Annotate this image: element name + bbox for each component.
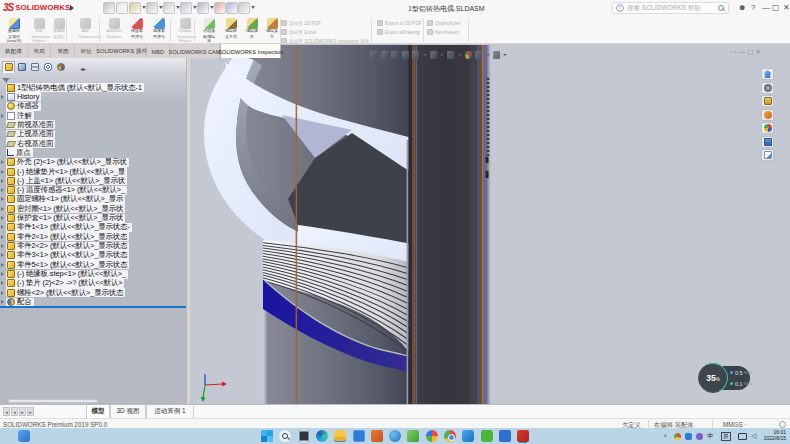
tab-布局[interactable]: 布局 [28, 44, 51, 58]
appearances-tab-icon[interactable] [761, 136, 774, 148]
phone-icon[interactable] [462, 430, 474, 442]
tray-app1-icon[interactable] [674, 433, 681, 440]
dimxpertmanager-tab[interactable] [41, 61, 54, 73]
select-balloons-button[interactable]: 选择零 件序号 [146, 17, 172, 44]
tab-SOLIDWORKS 插件[interactable]: SOLIDWORKS 插件 [98, 44, 147, 58]
tab-scroll-first-icon[interactable]: ◂ [3, 407, 10, 416]
task-pane-tabs[interactable] [761, 68, 776, 163]
export-excel-button[interactable]: 导出至 Excel [281, 28, 323, 36]
chrome-icon[interactable] [444, 430, 456, 442]
tree-item[interactable]: 前视基准面 [0, 120, 55, 129]
tab-scroll-left-icon[interactable]: ◂ [11, 407, 18, 416]
tree-item[interactable]: History [0, 92, 41, 101]
tab-scroll-right-icon[interactable]: ▸ [19, 407, 26, 416]
zoom-area-icon[interactable] [381, 51, 388, 59]
propertymanager-tab[interactable] [15, 61, 28, 73]
export-edrawing-button[interactable]: Export eDrawing [377, 28, 429, 36]
tray-volume-icon[interactable]: ◁ [751, 432, 756, 440]
file-explorer-icon[interactable] [334, 430, 346, 442]
select-cursor-icon[interactable] [197, 2, 209, 14]
maximize-icon[interactable]: ▢ [747, 48, 755, 56]
tray-clock[interactable]: 16:012022/8/15 [764, 430, 786, 441]
hide-show-icon[interactable] [447, 51, 454, 59]
dropdown-caret-icon[interactable] [423, 54, 427, 56]
dropdown-caret-icon[interactable] [486, 54, 490, 56]
window-restore-button[interactable]: ▢ [772, 3, 780, 12]
tree-item[interactable]: (-) 温度传感器<1> (默认<<默认>_ [0, 186, 127, 195]
file-explorer-tab-icon[interactable] [761, 109, 774, 121]
tree-item[interactable]: 保护套<1> (默认<<默认>_显示状 [0, 213, 125, 222]
resources-tab-icon[interactable] [761, 82, 774, 94]
search-icon[interactable] [279, 430, 291, 442]
graphics-viewport[interactable]: ▫▫—▢✕ 0.5KB/s 0.1KB/s 35% [190, 45, 790, 404]
window-minimize-button[interactable]: — [762, 3, 770, 12]
tray-language-indicator[interactable]: 中 [707, 432, 714, 441]
solidworks-logo[interactable]: 3SSOLIDWORKS [3, 1, 70, 14]
menu-expand-arrow[interactable] [70, 5, 74, 11]
search-icon[interactable] [718, 5, 725, 12]
view-settings-icon[interactable] [493, 51, 500, 59]
user-account-icon[interactable]: ☻ [738, 3, 746, 12]
tree-item[interactable]: 固定螺栓<1> (默认<<默认>_显示 [0, 195, 125, 204]
new-inspection-project-button[interactable]: 新建检 查项目 (amp;N) [1, 17, 27, 44]
task-view-icon[interactable] [298, 430, 310, 442]
close-icon[interactable]: ✕ [755, 48, 762, 56]
dropdown-caret-icon[interactable] [458, 54, 462, 56]
tree-item[interactable]: 零件5<1> (默认<<默认>_显示状态 [0, 260, 129, 269]
save-icon[interactable] [146, 2, 158, 14]
displaymanager-tab[interactable] [54, 61, 67, 73]
tab-装配体[interactable]: 装配体 [0, 44, 28, 58]
widgets-icon[interactable] [18, 430, 30, 442]
tree-item[interactable]: 零件2<2> (默认<<默认>_显示状态 [0, 241, 129, 250]
mail-icon[interactable] [353, 430, 365, 442]
doc-tab-3D 视图[interactable]: 3D 视图 [110, 405, 146, 418]
tree-item[interactable]: 1型铝铸热电偶 (默认<默认_显示状态-1 [0, 83, 144, 92]
tray-ime-indicator[interactable]: 拼 [721, 432, 731, 441]
export-inspection-project-button[interactable]: 导出至 SOLIDWORKS Inspection 项目 [281, 37, 392, 44]
tree-horizontal-scrollbar[interactable] [8, 399, 98, 403]
tree-item[interactable]: 零件1<1> (默认<<默认>_显示状态- [0, 223, 132, 232]
solidworks-icon[interactable] [517, 430, 529, 442]
tree-item[interactable]: 螺栓<2> (默认<<默认>_显示状态 [0, 288, 125, 297]
open-icon[interactable] [129, 2, 141, 14]
panel-splitter[interactable] [186, 58, 190, 404]
add-characteristic-button[interactable]: Add Characteristic [72, 17, 98, 44]
undo-icon[interactable] [180, 2, 192, 14]
tray-app2-icon[interactable] [685, 433, 692, 440]
qualityxpert-button[interactable]: QualityXpert [427, 19, 468, 27]
scene-icon[interactable] [475, 51, 482, 59]
options-table-icon[interactable] [226, 2, 238, 14]
section-view-icon[interactable] [402, 51, 409, 59]
tray-expand-icon[interactable]: ^ [664, 433, 667, 440]
gear-icon[interactable] [238, 2, 250, 14]
tree-item[interactable]: 零件2<1> (默认<<默认>_显示状态 [0, 232, 129, 241]
configurationmanager-tab[interactable] [28, 61, 41, 73]
new-inspection-report-button[interactable]: 新建检 查报告 [46, 17, 72, 44]
export-2d-pdf-button[interactable]: 导出至 2D PDF [281, 19, 330, 27]
dropdown-caret-icon[interactable] [440, 54, 444, 56]
window-close-button[interactable]: ✕ [783, 3, 790, 12]
tab-评估[interactable]: 评估 [75, 44, 98, 58]
tree-item[interactable]: (-) 绝缘板.step<1> (默认<<默认>_ [0, 269, 128, 278]
tray-app3-icon[interactable] [696, 433, 703, 440]
pane-overflow-icon[interactable]: ◂▸ [80, 65, 86, 72]
home-icon[interactable] [103, 2, 115, 14]
tree-item[interactable]: 零件3<1> (默认<<默认>_显示状态 [0, 251, 129, 260]
tree-item[interactable]: (-) 垫片 (2)<2> ->? (默认<<默认> [0, 279, 124, 288]
photos-icon[interactable] [426, 430, 438, 442]
previous-view-icon[interactable] [391, 51, 398, 59]
print-icon[interactable] [163, 2, 175, 14]
net-inspect-button[interactable]: Net-Inspect [427, 28, 466, 36]
dropdown-caret-icon[interactable] [503, 54, 507, 56]
design-library-tab-icon[interactable] [761, 95, 774, 107]
tab-MBD[interactable]: MBD [147, 44, 170, 58]
tab-SOLIDWORKS Inspection[interactable]: SOLIDWORKS Inspection [220, 44, 281, 58]
export-3d-pdf-button[interactable]: Export to 3D PDF [377, 19, 432, 27]
tab-SOLIDWORKS CAM[interactable]: SOLIDWORKS CAM [170, 44, 220, 58]
view-orientation-icon[interactable] [412, 51, 419, 59]
new-document-icon[interactable] [116, 2, 128, 14]
tray-cast-icon[interactable] [738, 433, 747, 440]
feature-manager-tab-bar[interactable] [2, 61, 67, 75]
wps-icon[interactable] [499, 430, 511, 442]
help-button[interactable]: ? [751, 3, 755, 12]
